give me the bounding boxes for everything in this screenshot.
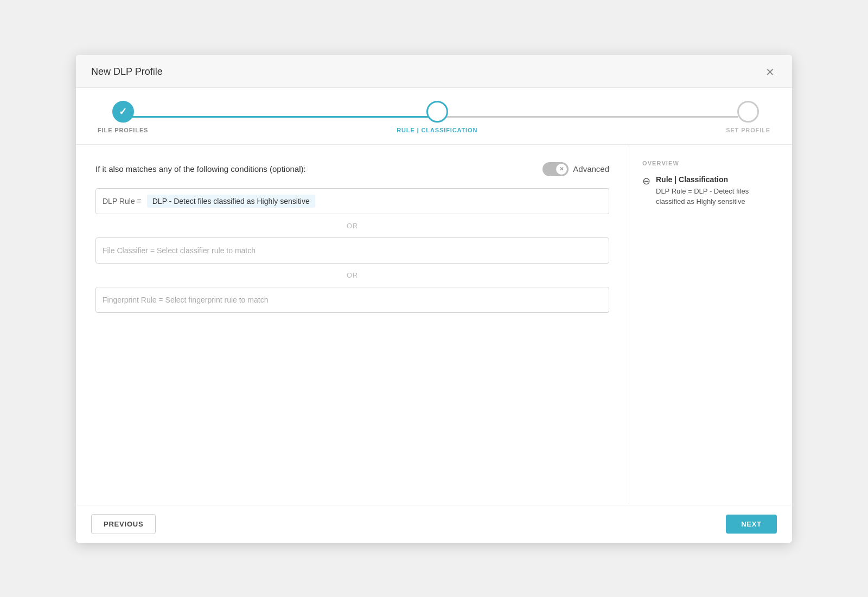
step-circle-set-profile: [737, 101, 759, 123]
step-label-file-profiles: FILE PROFILES: [98, 127, 148, 133]
overview-minus-icon: ⊖: [642, 176, 650, 186]
file-classifier-placeholder: File Classifier = Select classifier rule…: [103, 246, 256, 255]
toggle-knob: ✕: [556, 164, 567, 175]
overview-title: OVERVIEW: [642, 160, 779, 166]
toggle-wrapper: ✕ Advanced: [542, 162, 609, 176]
modal-header: New DLP Profile ✕: [76, 55, 792, 88]
modal-footer: PREVIOUS NEXT: [76, 505, 792, 543]
condition-text: If it also matches any of the following …: [95, 164, 306, 174]
dlp-rule-value: DLP - Detect files classified as Highly …: [147, 195, 315, 208]
overview-item-detail: DLP Rule = DLP - Detect files classified…: [656, 186, 779, 207]
advanced-label: Advanced: [573, 164, 609, 174]
step-file-profiles: ✓ FILE PROFILES: [98, 101, 148, 133]
modal-title: New DLP Profile: [91, 66, 163, 78]
step-circle-file-profiles: ✓: [112, 101, 134, 123]
step-label-set-profile: SET PROFILE: [726, 127, 770, 133]
checkmark-icon: ✓: [119, 106, 127, 118]
dlp-rule-row[interactable]: DLP Rule = DLP - Detect files classified…: [95, 188, 609, 214]
step-circle-rule-classification: [426, 101, 448, 123]
dlp-rule-label: DLP Rule =: [103, 197, 142, 206]
modal-body: If it also matches any of the following …: [76, 144, 792, 505]
overview-item-title: Rule | Classification: [656, 175, 779, 184]
toggle-x-icon: ✕: [559, 166, 564, 172]
or-divider-2: OR: [95, 271, 609, 279]
overview-item: ⊖ Rule | Classification DLP Rule = DLP -…: [642, 175, 779, 207]
next-button[interactable]: NEXT: [726, 515, 777, 534]
step-set-profile: SET PROFILE: [726, 101, 770, 133]
modal: New DLP Profile ✕ ✓ FILE PROFILES RULE |…: [76, 55, 792, 543]
overview-content: Rule | Classification DLP Rule = DLP - D…: [656, 175, 779, 207]
or-divider-1: OR: [95, 222, 609, 230]
main-panel: If it also matches any of the following …: [76, 145, 629, 505]
file-classifier-row[interactable]: File Classifier = Select classifier rule…: [95, 237, 609, 264]
step-rule-classification: RULE | CLASSIFICATION: [397, 101, 477, 133]
fingerprint-rule-row[interactable]: Fingerprint Rule = Select fingerprint ru…: [95, 287, 609, 313]
advanced-toggle[interactable]: ✕: [542, 162, 569, 176]
close-button[interactable]: ✕: [763, 65, 777, 80]
stepper: ✓ FILE PROFILES RULE | CLASSIFICATION SE…: [76, 88, 792, 144]
previous-button[interactable]: PREVIOUS: [91, 514, 156, 534]
step-label-rule-classification: RULE | CLASSIFICATION: [397, 127, 477, 133]
condition-header: If it also matches any of the following …: [95, 162, 609, 176]
fingerprint-rule-placeholder: Fingerprint Rule = Select fingerprint ru…: [103, 296, 268, 304]
stepper-items: ✓ FILE PROFILES RULE | CLASSIFICATION SE…: [98, 101, 770, 133]
side-panel: OVERVIEW ⊖ Rule | Classification DLP Rul…: [629, 145, 792, 505]
